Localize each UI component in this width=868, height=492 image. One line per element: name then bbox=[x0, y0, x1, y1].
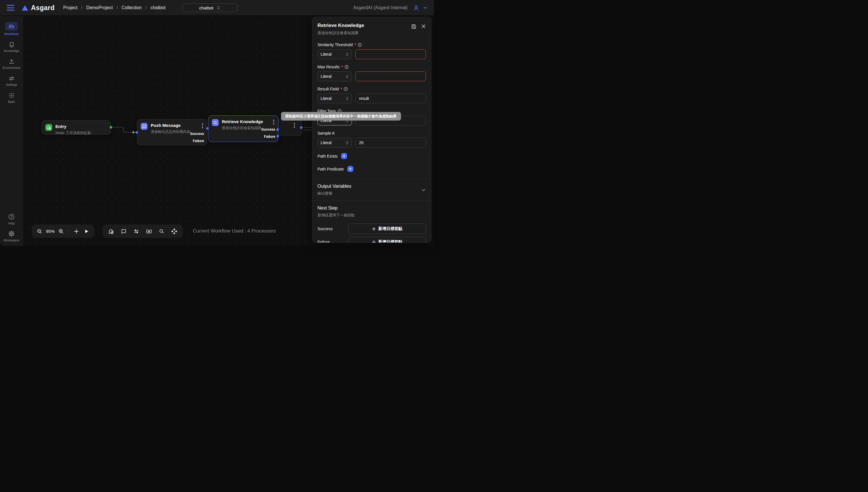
port-push-input[interactable] bbox=[135, 131, 138, 134]
node-menu-icon[interactable] bbox=[201, 123, 204, 129]
info-icon[interactable] bbox=[344, 87, 348, 91]
path-exists-label: Path Exists bbox=[318, 154, 338, 158]
intent-node-tool-icon[interactable] bbox=[145, 227, 153, 236]
panel-divider bbox=[312, 201, 431, 201]
add-node-icon[interactable] bbox=[73, 227, 80, 236]
type-select[interactable]: Literal bbox=[318, 94, 352, 103]
add-path-exists-button[interactable] bbox=[341, 153, 347, 159]
run-workflow-icon[interactable] bbox=[83, 227, 90, 236]
port-label-failure[interactable]: Failure bbox=[190, 139, 204, 143]
node-menu-icon[interactable] bbox=[273, 119, 275, 125]
port-label-success[interactable]: Success bbox=[261, 127, 275, 131]
sidebar-item-apps[interactable]: Apps bbox=[0, 93, 23, 103]
field-label: Max Results bbox=[318, 65, 340, 69]
port-entry-output[interactable] bbox=[110, 126, 112, 129]
breadcrumb-item-demoproject[interactable]: DemoProject bbox=[86, 5, 113, 10]
max-results-input[interactable] bbox=[355, 72, 426, 81]
type-select[interactable]: Literal bbox=[318, 49, 352, 59]
port-retrieve-failure[interactable] bbox=[276, 135, 279, 138]
entry-node-icon bbox=[45, 124, 52, 131]
port-retrieve-input[interactable] bbox=[206, 127, 209, 130]
node-title: Push Message bbox=[151, 123, 190, 128]
entry-node-tool-icon[interactable] bbox=[107, 227, 115, 236]
workflow-selector-value: chatbot bbox=[199, 5, 213, 10]
sidebar-item-help[interactable]: Help bbox=[0, 213, 23, 225]
zoom-out-icon[interactable] bbox=[36, 227, 43, 236]
port-label-failure[interactable]: Failure bbox=[261, 134, 275, 139]
sidebar-item-environment[interactable]: Environment bbox=[0, 58, 23, 70]
field-similarity-threshold: Similarity Threshold * Literal bbox=[318, 43, 426, 59]
menu-icon[interactable] bbox=[7, 5, 14, 10]
info-icon[interactable] bbox=[358, 43, 362, 47]
output-variables-section[interactable]: Output Variables 輸出變量 bbox=[318, 184, 426, 196]
close-icon[interactable] bbox=[421, 24, 426, 29]
app-logo: Asgard bbox=[22, 4, 54, 12]
next-step-subtitle: 新增或選擇下一個節點 bbox=[318, 213, 426, 218]
output-variables-subtitle: 輸出變量 bbox=[318, 191, 351, 196]
breadcrumb-item-chatbot[interactable]: chatbot bbox=[150, 5, 165, 10]
breadcrumb-item-collection[interactable]: Collection bbox=[121, 5, 142, 10]
node-push-message[interactable]: Push Message 直接輸出訊息的回應內容 Success Failure bbox=[137, 119, 207, 145]
result-field-input[interactable] bbox=[355, 94, 426, 103]
zoom-in-icon[interactable] bbox=[57, 227, 65, 236]
sidebar-item-knowledge[interactable]: Knowledge bbox=[0, 42, 23, 52]
field-label: Similarity Threshold bbox=[318, 43, 353, 47]
add-success-target-button[interactable]: 新增目標節點 bbox=[348, 224, 426, 234]
failure-label: Failure bbox=[318, 240, 348, 243]
field-label: Result Field bbox=[318, 87, 339, 91]
message-node-tool-icon[interactable] bbox=[120, 227, 128, 236]
logo-text: Asgard bbox=[31, 4, 54, 12]
add-path-predicate-button[interactable] bbox=[347, 166, 353, 172]
save-icon[interactable] bbox=[411, 24, 417, 29]
panel-title: Retrieve Knowledge bbox=[318, 23, 364, 28]
output-variables-title: Output Variables bbox=[318, 184, 351, 189]
top-bar: Asgard Project / DemoProject / Collectio… bbox=[0, 0, 434, 16]
next-step-section: Next Step 新增或選擇下一個節點 Success 新增目標節點 Fail… bbox=[318, 205, 426, 243]
logic-node-tool-icon[interactable] bbox=[170, 227, 178, 236]
required-mark: * bbox=[341, 87, 342, 91]
workspace-gear-icon bbox=[8, 230, 15, 237]
workflows-folder-icon bbox=[8, 24, 15, 29]
account-menu[interactable]: AsgardAI (Asgard Internal) bbox=[353, 4, 434, 11]
add-failure-target-button[interactable]: 新增目標節點 bbox=[348, 237, 426, 243]
similarity-threshold-input[interactable] bbox=[355, 49, 426, 59]
search-node-tool-icon[interactable] bbox=[157, 227, 166, 236]
field-max-results: Max Results * Literal bbox=[318, 65, 426, 81]
next-step-failure-row: Failure 新增目標節點 bbox=[318, 237, 426, 243]
info-icon[interactable] bbox=[344, 65, 349, 69]
user-icon[interactable] bbox=[413, 4, 420, 11]
sidebar: Workflows Knowledge Environment bbox=[0, 16, 23, 246]
node-menu-icon[interactable] bbox=[293, 122, 296, 128]
node-retrieve-knowledge[interactable]: Retrieve Knowledge 透過自然語言檢索知識庫 Success F… bbox=[208, 115, 278, 142]
swap-node-tool-icon[interactable] bbox=[132, 227, 140, 236]
port-partial-output[interactable] bbox=[300, 126, 302, 129]
sample-k-input[interactable] bbox=[355, 138, 426, 148]
push-message-node-icon bbox=[141, 123, 148, 130]
retrieve-knowledge-node-icon bbox=[212, 119, 219, 126]
node-config-panel: Retrieve Knowledge 透過自然語言檢索知識庫 Similarit… bbox=[312, 17, 431, 243]
required-mark: * bbox=[341, 65, 343, 69]
panel-divider bbox=[312, 179, 431, 179]
type-select[interactable]: Literal bbox=[318, 72, 352, 81]
type-select[interactable]: Literal bbox=[318, 138, 352, 148]
port-retrieve-success[interactable] bbox=[276, 128, 279, 131]
port-label-success[interactable]: Success bbox=[190, 132, 204, 136]
chevron-down-icon[interactable] bbox=[423, 5, 428, 10]
chevron-down-icon[interactable] bbox=[421, 188, 426, 193]
node-entry[interactable]: Entry Node: 工作流程的起點 bbox=[42, 120, 111, 134]
node-subtitle: Node: 工作流程的起點 bbox=[55, 131, 91, 136]
sidebar-item-workspace[interactable]: Workspace bbox=[0, 230, 23, 242]
workflow-selector[interactable]: chatbot bbox=[182, 3, 238, 12]
next-step-title: Next Step bbox=[318, 205, 426, 211]
sidebar-item-settings[interactable]: Settings bbox=[0, 75, 23, 87]
zoom-level: 95% bbox=[46, 229, 54, 233]
path-predicate-label: Path Predicate bbox=[318, 167, 344, 171]
field-sample-k: Sample K Literal bbox=[318, 131, 426, 148]
filter-tags-tooltip: 限制資料至少需要滿足該組標籤清單的其中一個標籤才會作為查詢結果 bbox=[281, 112, 401, 121]
node-title: Retrieve Knowledge bbox=[222, 119, 263, 124]
knowledge-book-icon bbox=[8, 42, 15, 48]
sidebar-item-workflows[interactable]: Workflows bbox=[0, 22, 23, 35]
help-icon bbox=[8, 213, 15, 220]
breadcrumb-item-project[interactable]: Project bbox=[63, 5, 77, 10]
next-step-success-row: Success 新增目標節點 bbox=[318, 224, 426, 234]
